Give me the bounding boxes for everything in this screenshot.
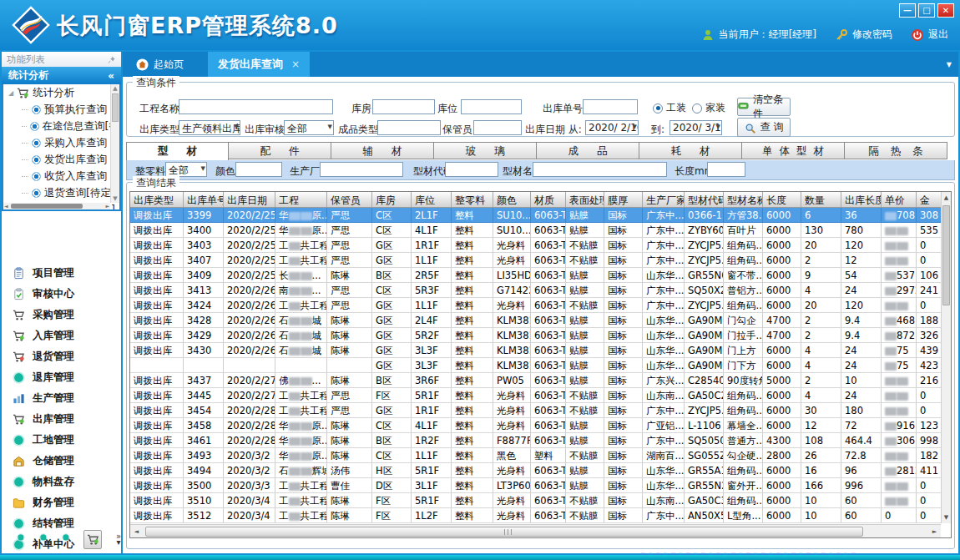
table-row[interactable]: 调拨出库34612020/2/28华原...陈琳B区1R2F整料F8877FT6…: [130, 433, 950, 448]
outbound-audit-select[interactable]: 全部: [284, 120, 334, 135]
scroll-up-icon[interactable]: ▲: [942, 192, 951, 204]
table-row[interactable]: 调拨出库35102020/3/4工共工程陈琳F区5R1F整料光身料6063-T5…: [130, 493, 950, 508]
radio-work-install[interactable]: 工装: [653, 101, 686, 115]
scroll-left-icon[interactable]: ◄: [4, 203, 8, 209]
table-row[interactable]: 调拨出库34002020/2/25华原...严思C区4L1F整料SU10...6…: [130, 223, 950, 238]
sidebar-group-采购管理[interactable]: 采购管理: [2, 305, 121, 325]
table-row[interactable]: 调拨出库34072020/2/25工共工程严思G区1L1F整料光身料6063-T…: [130, 253, 950, 268]
keeper-input[interactable]: [473, 120, 522, 135]
material-tab-成品[interactable]: 成品: [537, 142, 639, 159]
table-row[interactable]: 调拨出库34242020/2/26工共工程严思G区1L1F整料光身料6063-T…: [130, 298, 950, 313]
tab-close-icon[interactable]: ×: [291, 58, 300, 70]
tree-item[interactable]: 预算执行查询: [3, 101, 119, 118]
date-from-picker[interactable]: 2020/ 2/16: [585, 120, 639, 135]
change-password-button[interactable]: 修改密码: [835, 28, 892, 42]
module-dot-button[interactable]: [62, 533, 70, 545]
material-tab-单体型材[interactable]: 单体型材: [742, 142, 845, 159]
profile-name-input[interactable]: [533, 162, 667, 177]
table-row[interactable]: 调拨出库35122020/3/4工共工程陈琳F区1L2F整料光身料6063-T5…: [130, 508, 950, 523]
warehouse-input[interactable]: [372, 99, 435, 114]
material-tab-型材[interactable]: 型材: [126, 142, 229, 161]
tree-item[interactable]: 发货出库查询: [3, 151, 119, 168]
table-row[interactable]: 调拨出库35002020/3/3工共工程曹佳D区3L1F整料LT3P606063…: [130, 478, 950, 493]
logout-button[interactable]: 退出: [911, 28, 948, 42]
cart-module-button[interactable]: [83, 530, 102, 549]
product-type-input[interactable]: [377, 120, 441, 135]
column-header-长度[interactable]: 长度: [763, 192, 801, 207]
scrollbar-thumb[interactable]: [112, 93, 119, 122]
table-row[interactable]: 调拨出库34282020/2/26石城陈琳G区2L4F整料KLM38176063…: [130, 313, 950, 328]
table-row[interactable]: 调拨出库34092020/2/25长...陈琳B区2R5F整料LI35HD606…: [130, 268, 950, 283]
whole-piece-select[interactable]: 全部: [165, 162, 207, 177]
tree-item[interactable]: 采购入库查询: [3, 134, 119, 151]
color-input[interactable]: [235, 162, 282, 177]
tree-item[interactable]: 收货入库查询: [3, 168, 119, 184]
sidebar-group-退库管理[interactable]: 退库管理: [2, 367, 121, 388]
column-header-型材名称[interactable]: 型材名称: [724, 192, 763, 207]
sidebar-group-项目管理[interactable]: 项目管理: [2, 263, 121, 284]
table-row[interactable]: 调拨出库34452020/2/27工共工程严思F区5R1F整料光身料6063-T…: [130, 388, 950, 403]
toolbar-overflow-button[interactable]: »▾: [116, 533, 121, 545]
column-header-膜厚[interactable]: 膜厚: [604, 192, 643, 207]
table-row[interactable]: 调拨出库34132020/2/26南...严思C区5R3F整料G71422606…: [130, 283, 950, 298]
tree-vertical-scrollbar[interactable]: ▲ ▼: [110, 84, 119, 203]
sidebar-group-物料盘存[interactable]: 物料盘存: [2, 472, 121, 492]
maximize-button[interactable]: □: [918, 3, 935, 18]
sidebar-group-入库管理[interactable]: 入库管理: [2, 325, 121, 346]
sidebar-group-生产管理[interactable]: 生产管理: [2, 388, 121, 409]
table-row[interactable]: 调拨出库34942020/3/2石辉城汤伟H区5R1F整料光身料6063-T5贴…: [130, 463, 950, 478]
material-tab-耗材[interactable]: 耗材: [639, 142, 742, 159]
table-row[interactable]: 调拨出库34582020/2/28华原...陈琳C区4L1F整料光身料6063-…: [130, 418, 950, 433]
scroll-up-icon[interactable]: ▲: [111, 84, 119, 93]
column-header-出库类型[interactable]: 出库类型: [130, 192, 184, 207]
sidebar-group-出库管理[interactable]: 出库管理: [2, 409, 121, 430]
close-button[interactable]: ✕: [937, 3, 954, 18]
date-to-picker[interactable]: 2020/ 3/16: [669, 120, 722, 135]
radio-home-install[interactable]: 家装: [692, 101, 725, 115]
scroll-left-icon[interactable]: ◄: [130, 528, 143, 535]
sidebar-group-审核中心[interactable]: 审核中心: [2, 284, 121, 305]
tree-horizontal-scrollbar[interactable]: ◄ ►: [3, 203, 110, 209]
column-header-出库长度[interactable]: 出库长度: [841, 192, 882, 207]
column-header-型材代码[interactable]: 型材代码: [685, 192, 724, 207]
column-header-整零料[interactable]: 整零料: [452, 192, 493, 207]
column-header-出库日期[interactable]: 出库日期: [224, 192, 275, 207]
scrollbar-thumb[interactable]: [145, 527, 863, 537]
clear-conditions-button[interactable]: 清空条件: [737, 98, 791, 116]
material-tab-辅材[interactable]: 辅材: [331, 142, 434, 159]
column-header-表面处理[interactable]: 表面处理: [566, 192, 604, 207]
scrollbar-thumb[interactable]: [942, 205, 950, 305]
tree-root-node[interactable]: ◢ 统计分析: [3, 84, 119, 101]
length-input[interactable]: [707, 162, 745, 177]
outbound-order-no-input[interactable]: [583, 99, 638, 114]
collapse-icon[interactable]: «: [108, 70, 114, 82]
minimize-button[interactable]: —: [899, 3, 916, 18]
search-button[interactable]: 查 询: [737, 118, 791, 137]
table-row[interactable]: 调拨出库34292020/2/26石城陈琳G区5R2F整料KLM38176063…: [130, 328, 950, 343]
project-name-input[interactable]: [179, 99, 333, 114]
sidebar-group-工地管理[interactable]: 工地管理: [2, 430, 121, 451]
material-tab-配件[interactable]: 配件: [229, 142, 331, 159]
outbound-type-select[interactable]: 生产领料出库: [179, 120, 240, 135]
grid-vertical-scrollbar[interactable]: ▲ ▼: [941, 192, 951, 523]
column-header-颜色[interactable]: 颜色: [493, 192, 531, 207]
tab-shipment-outbound-query[interactable]: 发货出库查询 ×: [208, 52, 310, 77]
table-row[interactable]: 调拨出库34372020/2/27佛...陈琳B区3R6F整料PW056063-…: [130, 373, 950, 388]
module-dot-button[interactable]: [17, 533, 25, 545]
table-row[interactable]: 调拨出库34932020/3/2华原...陈琳C区1L1F整料黑色塑料不贴膜国标…: [130, 448, 950, 463]
grid-horizontal-scrollbar[interactable]: ◄ ►: [130, 524, 941, 537]
column-header-工程[interactable]: 工程: [275, 192, 327, 207]
column-header-保管员[interactable]: 保管员: [327, 192, 372, 207]
sidebar-section-header[interactable]: 统计分析 «: [2, 67, 121, 84]
scroll-down-icon[interactable]: ▼: [942, 512, 951, 523]
scroll-right-icon[interactable]: ►: [928, 528, 941, 535]
material-tab-玻璃[interactable]: 玻璃: [434, 142, 537, 159]
module-dot-button[interactable]: [39, 533, 48, 545]
column-header-生产厂家[interactable]: 生产厂家: [643, 192, 685, 207]
column-header-材质[interactable]: 材质: [531, 192, 566, 207]
scrollbar-thumb[interactable]: [11, 204, 83, 209]
column-header-库房[interactable]: 库房: [372, 192, 412, 207]
column-header-数量[interactable]: 数量: [801, 192, 841, 207]
sidebar-group-仓储管理[interactable]: 仓储管理: [2, 451, 121, 472]
table-row[interactable]: 调拨出库34542020/2/28工共工程严思G区1R1F整料光身料6063-T…: [130, 403, 950, 418]
